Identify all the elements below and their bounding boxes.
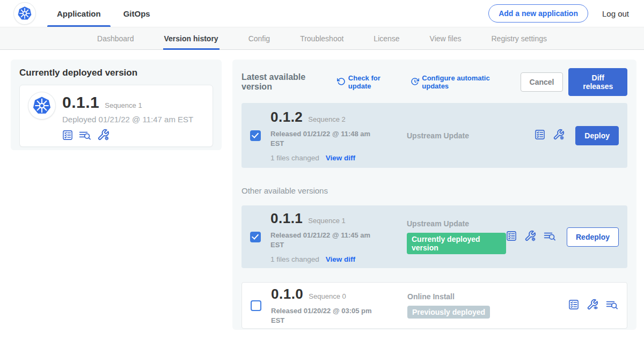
preflight-checks-icon[interactable] — [568, 299, 579, 312]
check-for-update-link[interactable]: Check for update — [337, 74, 399, 90]
preflight-checks-icon[interactable] — [62, 130, 73, 143]
version-checkbox[interactable] — [251, 300, 261, 311]
configure-automatic-updates-link[interactable]: Configure automatic updates — [411, 74, 508, 90]
tab-application[interactable]: Application — [50, 0, 107, 27]
view-config-icon[interactable] — [587, 299, 598, 313]
edit-config-icon[interactable] — [97, 129, 109, 143]
previously-deployed-badge: Previously deployed — [407, 306, 490, 319]
version-source-label: Online Install — [407, 292, 568, 301]
redeploy-button[interactable]: Redeploy — [567, 227, 619, 247]
view-diff-link[interactable]: View diff — [326, 154, 355, 162]
version-number: 0.1.1 — [270, 210, 303, 227]
deployed-version-card: 0.1.1 Sequence 1 Deployed 01/21/22 @ 11:… — [19, 85, 213, 147]
sequence-label: Sequence 2 — [308, 115, 345, 123]
subnav-view-files[interactable]: View files — [429, 27, 463, 49]
deployed-timestamp: Deployed 01/21/22 @ 11:47 am EST — [62, 115, 193, 124]
kubernetes-logo-icon — [14, 3, 35, 24]
add-new-application-button[interactable]: Add a new application — [488, 4, 588, 23]
deployed-version-number: 0.1.1 — [62, 93, 99, 112]
edit-config-icon[interactable] — [524, 230, 536, 244]
app-gitops-tabs: Application GitOps — [50, 0, 166, 27]
edit-config-icon[interactable] — [553, 129, 565, 143]
app-subnav: Dashboard Version history Config Trouble… — [0, 27, 644, 50]
released-timestamp: Released 01/21/22 @ 11:48 am EST — [270, 129, 377, 148]
refresh-icon — [337, 77, 346, 87]
view-diff-link[interactable]: View diff — [326, 255, 355, 263]
diff-releases-button[interactable]: Diff releases — [568, 68, 627, 96]
view-deploy-logs-icon[interactable] — [606, 299, 618, 312]
subnav-license[interactable]: License — [372, 27, 400, 49]
files-changed-label: 1 files changed — [270, 255, 319, 263]
currently-deployed-badge: Currently deployed version — [407, 233, 506, 254]
subnav-version-history[interactable]: Version history — [163, 27, 219, 49]
app-kubernetes-icon — [28, 92, 55, 119]
deploy-button[interactable]: Deploy — [575, 126, 619, 145]
version-checkbox[interactable] — [250, 232, 261, 242]
view-deploy-logs-icon[interactable] — [544, 231, 556, 243]
preflight-checks-icon[interactable] — [535, 129, 545, 142]
preflight-checks-icon[interactable] — [506, 231, 517, 243]
subnav-troubleshoot[interactable]: Troubleshoot — [299, 27, 345, 49]
version-source-label: Upstream Update — [407, 131, 535, 140]
released-timestamp: Released 01/20/22 @ 03:05 pm EST — [271, 306, 377, 325]
latest-available-panel: Latest available version Check for updat… — [232, 60, 636, 330]
top-header: Application GitOps Add a new application… — [0, 0, 644, 27]
logout-button[interactable]: Log out — [602, 9, 629, 18]
currently-deployed-panel: Currently deployed version — [11, 60, 222, 150]
version-row-0-1-2: 0.1.2 Sequence 2 Released 01/21/22 @ 11:… — [241, 103, 627, 168]
version-checkbox[interactable] — [250, 130, 261, 141]
version-number: 0.1.2 — [270, 109, 303, 125]
tab-gitops[interactable]: GitOps — [117, 0, 157, 27]
schedule-update-icon — [411, 77, 419, 87]
files-changed-label: 1 files changed — [270, 154, 319, 162]
other-versions-title: Other available versions — [241, 186, 627, 195]
version-row-0-1-0: 0.1.0 Sequence 0 Released 01/20/22 @ 03:… — [241, 282, 627, 329]
sequence-label: Sequence 1 — [308, 217, 345, 225]
sequence-label: Sequence 0 — [309, 292, 346, 300]
version-row-0-1-1: 0.1.1 Sequence 1 Released 01/21/22 @ 11:… — [241, 205, 627, 268]
cancel-button[interactable]: Cancel — [521, 72, 564, 92]
available-panel-title: Latest available version — [241, 72, 330, 92]
version-number: 0.1.0 — [271, 286, 303, 302]
subnav-dashboard[interactable]: Dashboard — [96, 27, 135, 49]
version-source-label: Upstream Update — [407, 219, 506, 228]
deployed-panel-title: Currently deployed version — [19, 68, 213, 78]
released-timestamp: Released 01/21/22 @ 11:45 am EST — [270, 231, 377, 249]
deployed-sequence-label: Sequence 1 — [105, 101, 142, 109]
view-deploy-logs-icon[interactable] — [79, 130, 91, 143]
subnav-registry-settings[interactable]: Registry settings — [491, 27, 548, 49]
subnav-config[interactable]: Config — [247, 27, 271, 49]
